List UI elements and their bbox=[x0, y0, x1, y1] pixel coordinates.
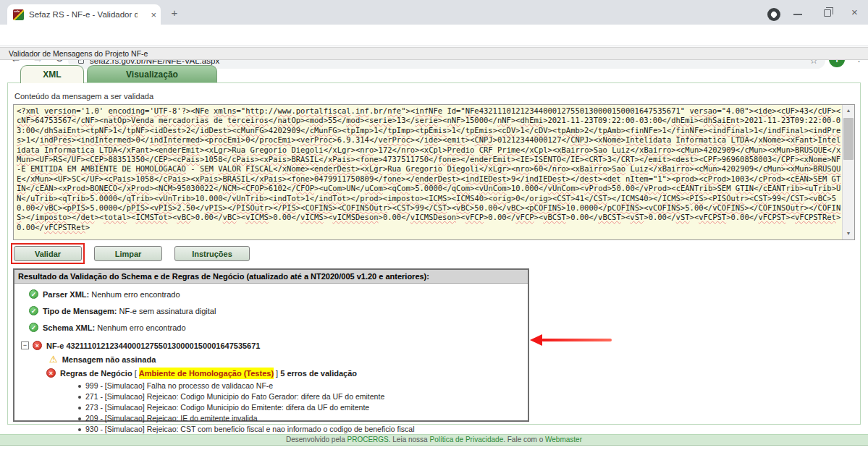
tab-visualizacao[interactable]: Visualização bbox=[87, 65, 217, 83]
browser-tab-strip: Sefaz RS - NF-e - Validador de M × + × bbox=[0, 0, 868, 25]
result-text: Nenhum erro encontrado bbox=[91, 289, 180, 300]
tab-xml[interactable]: XML bbox=[20, 65, 84, 83]
footer-text: . Leia nossa bbox=[389, 436, 430, 443]
result-schema-xml: ✓ Schema XML: Nenhum erro encontrado bbox=[29, 321, 528, 334]
validation-error-item: 930 - [Simulacao] Rejeicao: CST com bene… bbox=[77, 424, 528, 435]
message-content-label: Conteúdo da mensagem a ser validada bbox=[14, 92, 153, 101]
browser-tab-title: Sefaz RS - NF-e - Validador de M bbox=[29, 10, 138, 19]
ambiente-highlight: Ambiente de Homologação (Testes) bbox=[139, 368, 274, 379]
tab-close-icon[interactable]: × bbox=[151, 10, 156, 20]
procergs-link[interactable]: PROCERGS bbox=[347, 436, 389, 443]
xml-textarea[interactable]: <?xml version='1.0' encoding='UTF-8'?><N… bbox=[13, 104, 855, 240]
nfe-key-label: NF-e 43211101212344000127550130000150001… bbox=[46, 340, 260, 352]
instrucoes-button[interactable]: Instruções bbox=[174, 246, 250, 261]
footer-text: Desenvolvido pela bbox=[286, 436, 347, 443]
result-label: Schema XML: bbox=[43, 322, 95, 334]
rules-row: × Regras de Negócio [ Ambiente de Homolo… bbox=[46, 367, 528, 379]
result-text: Nenhum erro encontrado bbox=[97, 322, 185, 334]
rules-label: Regras de Negócio bbox=[60, 368, 132, 379]
results-header: Resultado da Validação do Schema e de Re… bbox=[14, 270, 528, 284]
page-title: Validador de Mensagens do Projeto NF-e bbox=[0, 47, 868, 60]
error-count-text: 5 erros de validação bbox=[280, 368, 357, 379]
collapse-expander-icon[interactable]: − bbox=[21, 341, 29, 349]
window-close-button[interactable]: × bbox=[851, 6, 858, 18]
result-label: Tipo de Mensagem: bbox=[43, 305, 117, 317]
scroll-down-icon[interactable]: ▼ bbox=[843, 228, 854, 239]
annotation-red-box bbox=[11, 243, 85, 264]
validation-error-item: 999 - [Simulacao] Falha no processo de v… bbox=[77, 381, 528, 391]
extension-icon[interactable] bbox=[767, 8, 780, 21]
success-check-icon: ✓ bbox=[29, 323, 38, 332]
warning-text: Mensagem não assinada bbox=[62, 354, 156, 365]
validation-error-item: 273 - [Simulacao] Rejeicao: Codigo Munic… bbox=[77, 402, 528, 413]
annotation-arrow bbox=[542, 339, 612, 341]
validation-results-panel: Resultado da Validação do Schema e de Re… bbox=[13, 268, 529, 422]
validation-error-item: 209 - [Simulacao] Rejeicao: IE do emiten… bbox=[77, 413, 528, 424]
browser-toolbar: ← → ↻ sefaz.rs.gov.br/NFE/NFE-VAL.aspx ☆… bbox=[0, 25, 868, 46]
nfe-tree-node: − × NF-e 4321110121234400012755013000015… bbox=[21, 339, 528, 352]
result-tipo-mensagem: ✓ Tipo de Mensagem: NF-e sem assinatura … bbox=[29, 305, 528, 317]
success-check-icon: ✓ bbox=[29, 306, 38, 315]
browser-tab[interactable]: Sefaz RS - NF-e - Validador de M × bbox=[7, 4, 161, 25]
maximize-button[interactable] bbox=[824, 9, 831, 17]
privacy-policy-link[interactable]: Política de Privacidade bbox=[429, 436, 503, 443]
textarea-scrollbar[interactable]: ▲ ▼ bbox=[842, 105, 854, 239]
success-check-icon: ✓ bbox=[29, 289, 38, 299]
bracket: [ bbox=[135, 368, 137, 379]
result-label: Parser XML: bbox=[43, 289, 89, 300]
minimize-button[interactable] bbox=[793, 14, 802, 15]
limpar-button[interactable]: Limpar bbox=[94, 246, 162, 261]
error-x-icon: × bbox=[46, 368, 56, 378]
result-text: NF-e sem assinatura digital bbox=[119, 305, 216, 317]
bracket: ] bbox=[276, 368, 278, 379]
xml-content[interactable]: <?xml version='1.0' encoding='UTF-8'?><N… bbox=[17, 106, 842, 239]
result-parser-xml: ✓ Parser XML: Nenhum erro encontrado bbox=[29, 288, 528, 300]
webmaster-link[interactable]: Webmaster bbox=[545, 436, 582, 443]
page-footer: Desenvolvido pela PROCERGS. Leia nossa P… bbox=[0, 434, 868, 446]
sefaz-favicon-icon bbox=[13, 9, 24, 20]
validation-error-item: 271 - [Simulacao] Rejeicao: Codigo Munic… bbox=[77, 391, 528, 402]
new-tab-button[interactable]: + bbox=[168, 7, 181, 20]
error-x-icon: × bbox=[33, 341, 42, 350]
annotation-arrow-head bbox=[530, 334, 542, 346]
scrollbar-thumb[interactable] bbox=[843, 118, 854, 160]
warning-triangle-icon: ⚠ bbox=[49, 355, 58, 364]
warning-row: ⚠ Mensagem não assinada bbox=[49, 353, 528, 365]
footer-text: . Fale com o bbox=[503, 436, 545, 443]
scroll-up-icon[interactable]: ▲ bbox=[843, 105, 854, 116]
